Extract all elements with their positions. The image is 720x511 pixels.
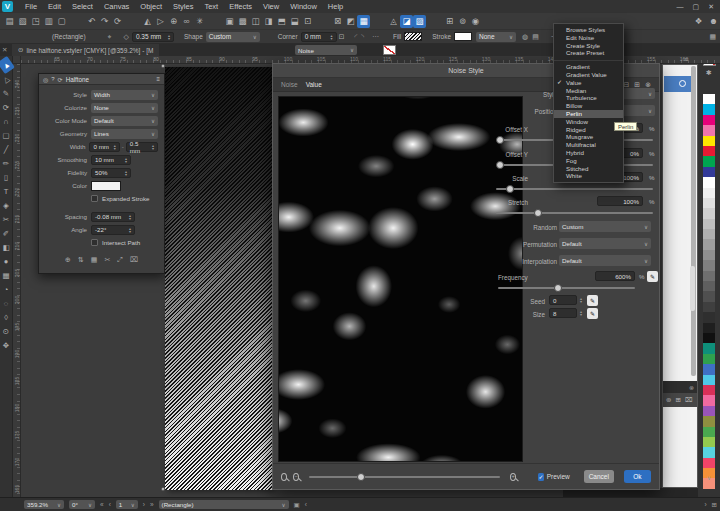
menu-text[interactable]: Text — [204, 2, 218, 11]
stroke-style-select[interactable]: None — [476, 32, 516, 42]
cut-paths-icon[interactable]: ✂ — [104, 256, 110, 264]
swatch-14[interactable] — [703, 239, 715, 249]
swatch-25[interactable] — [703, 354, 715, 364]
swatch-24[interactable] — [703, 343, 715, 353]
add-effect-icon[interactable]: ⊕ — [65, 256, 71, 264]
panel-menu-icon[interactable]: ≡ — [156, 76, 160, 82]
menu-item-fog[interactable]: Fog — [554, 157, 623, 165]
rotation-select[interactable]: 0° — [69, 500, 95, 509]
redo-icon[interactable]: ↷ — [98, 15, 111, 28]
swatch-strip-caret[interactable]: ∨ — [698, 474, 720, 481]
corner-shape-icons[interactable]: ◜◝ — [355, 33, 368, 41]
new-style-icon[interactable]: ⊛ — [666, 396, 671, 404]
text-tool[interactable]: T — [0, 184, 12, 198]
swatch-15[interactable] — [703, 250, 715, 260]
menu-item-perlin[interactable]: Perlin — [554, 110, 623, 118]
size-input[interactable]: 8 — [549, 308, 577, 318]
corner-round-icon[interactable]: ◜ — [355, 33, 358, 40]
menu-item-stitched[interactable]: Stitched — [554, 165, 623, 173]
menu-item-turbulence[interactable]: Turbulence — [554, 94, 623, 102]
panel-target-icon[interactable]: ◎ — [43, 76, 48, 83]
import-document-icon[interactable]: ▥ — [42, 15, 55, 28]
preview-checkbox[interactable]: ✓ — [538, 473, 543, 481]
reorder-icon[interactable]: ⇅ — [78, 256, 84, 264]
collapse-bar-icon[interactable]: ‹ — [305, 501, 307, 508]
eyedropper-tool[interactable]: ◔ — [0, 282, 12, 296]
panel-sync-icon[interactable]: ⟳ — [58, 76, 63, 83]
permutation-select[interactable]: Default — [559, 238, 651, 249]
undo-icon[interactable]: ↶ — [85, 15, 98, 28]
stretch-value[interactable]: 100% — [597, 196, 643, 206]
eraser-tool[interactable]: ◊ — [0, 310, 12, 324]
maximize-button[interactable]: ▢ — [693, 3, 700, 11]
swatch-settings-icon[interactable]: ✱ — [706, 69, 712, 77]
menu-item-create-preset[interactable]: Create Preset — [554, 49, 623, 57]
hide-object-icon[interactable]: ◨ — [262, 15, 275, 28]
seed-input[interactable]: 0 — [549, 295, 577, 305]
magnet-tool[interactable]: ∩ — [0, 114, 12, 128]
stroke-swatch[interactable] — [454, 32, 472, 41]
color-mode-select[interactable]: Default — [91, 116, 158, 126]
menu-item-multifractal[interactable]: Multifractal — [554, 141, 623, 149]
swatch-19[interactable] — [703, 291, 715, 301]
preview-zoom-slider[interactable] — [309, 476, 500, 478]
grid-view-icon[interactable]: ▦ — [91, 256, 98, 264]
menu-select[interactable]: Select — [72, 2, 93, 11]
menu-item-value[interactable]: Value✓ — [554, 79, 623, 87]
menu-edit[interactable]: Edit — [48, 2, 61, 11]
ruler-corner[interactable] — [13, 56, 21, 64]
swatch-20[interactable] — [703, 302, 715, 312]
target-icon[interactable]: ⌖ — [108, 33, 112, 41]
menu-item-edit-noise[interactable]: Edit Noise — [554, 34, 623, 42]
menu-item-browse-styles[interactable]: Browse Styles — [554, 26, 623, 34]
knife-tool[interactable]: ✂ — [0, 212, 12, 226]
spacing-input[interactable]: -0.08 mm — [95, 213, 121, 220]
corner-grid-icon[interactable]: ⊞ — [712, 501, 717, 509]
snap-options-icon[interactable]: ⊚ — [456, 15, 469, 28]
swatch-28[interactable] — [703, 385, 715, 395]
image-frame-icon[interactable]: ⊠ — [331, 15, 344, 28]
swatch-35[interactable] — [703, 458, 715, 468]
close-button[interactable]: ✕ — [708, 3, 714, 11]
ungroup-objects-icon[interactable]: ▩ — [236, 15, 249, 28]
fill-swatch[interactable] — [404, 32, 422, 41]
swatch-22[interactable] — [703, 323, 715, 333]
new-document-icon[interactable]: ▤ — [3, 15, 16, 28]
expand-icon[interactable]: ⤢ — [117, 256, 123, 264]
fill-tool[interactable]: ◈ — [0, 198, 12, 212]
cancel-button[interactable]: Cancel — [584, 470, 614, 483]
halftone-panel-header[interactable]: ◎ ? ⟳ Halftone ≡ — [39, 74, 164, 85]
stroke-width-stepper[interactable]: ▴▾ — [168, 34, 170, 40]
panel-toggle-icon[interactable]: ▦ — [709, 33, 716, 41]
mesh-warp-icon[interactable]: ⊕ — [167, 15, 180, 28]
prev-page-icon[interactable]: ‹ — [109, 501, 111, 508]
group-objects-icon[interactable]: ▣ — [223, 15, 236, 28]
gradient-editor-icon[interactable]: ◩ — [344, 15, 357, 28]
expanded-stroke-checkbox[interactable] — [91, 195, 98, 202]
color-swatch[interactable] — [91, 181, 121, 191]
search-clear-icon[interactable]: ⊗ — [689, 384, 694, 391]
colorize-select[interactable]: None — [91, 103, 158, 113]
more-options-icon[interactable]: ⋯ — [372, 33, 379, 41]
styles-panel-scrollbar[interactable] — [691, 66, 696, 376]
corner-expand-icon[interactable]: › — [704, 501, 706, 509]
shaper-tool[interactable]: ◧ — [0, 240, 12, 254]
menu-object[interactable]: Object — [140, 2, 162, 11]
swatch-6[interactable] — [703, 156, 715, 166]
menu-help[interactable]: Help — [328, 2, 343, 11]
minimize-button[interactable]: — — [677, 3, 684, 11]
shape-effects-icon[interactable]: ◬ — [387, 15, 400, 28]
revert-document-icon[interactable]: ▢ — [55, 15, 68, 28]
menu-view[interactable]: View — [263, 2, 279, 11]
zoom-level-select[interactable]: 359.2% — [24, 500, 64, 509]
zoom-out-icon[interactable]: − — [293, 473, 299, 481]
menu-file[interactable]: File — [25, 2, 37, 11]
swatch-21[interactable] — [703, 312, 715, 322]
stroke-width-input[interactable]: 0.35 mm — [136, 33, 161, 40]
blend-tool-icon[interactable]: ∞ — [180, 15, 193, 28]
blur-tool[interactable]: ◌ — [0, 296, 12, 310]
marquee-tool[interactable]: ▢ — [0, 128, 12, 142]
corner-flip-icon[interactable]: ◝ — [361, 33, 364, 40]
menu-item-create-style[interactable]: Create Style — [554, 42, 623, 50]
next-page-icon[interactable]: › — [143, 501, 145, 508]
